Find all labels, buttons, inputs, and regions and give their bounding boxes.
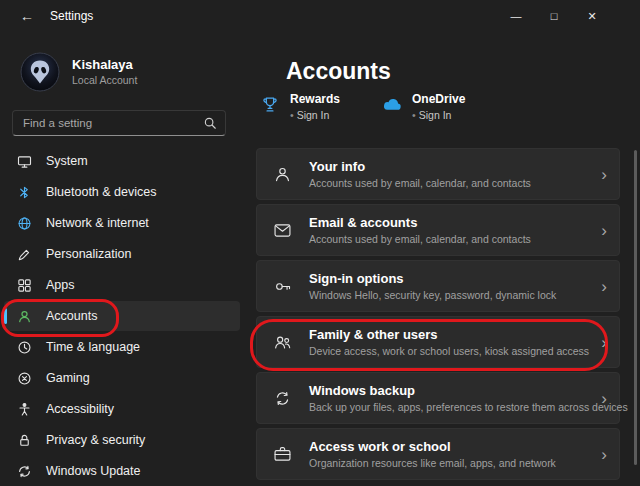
search-box[interactable] bbox=[12, 110, 226, 136]
onedrive-icon bbox=[380, 93, 404, 117]
minimize-button[interactable]: — bbox=[502, 2, 530, 30]
sidebar-item-accounts[interactable]: Accounts bbox=[4, 301, 240, 331]
card-subtitle: Windows Hello, security key, password, d… bbox=[309, 289, 556, 302]
search-input[interactable] bbox=[21, 116, 203, 130]
sidebar-item-label: Accounts bbox=[46, 309, 97, 323]
rewards-icon bbox=[258, 93, 282, 117]
personalization-icon bbox=[16, 246, 32, 262]
sidebar-item-label: Accessibility bbox=[46, 402, 114, 416]
onedrive-promo[interactable]: OneDrive •Sign In bbox=[380, 92, 465, 123]
close-button[interactable]: ✕ bbox=[578, 2, 606, 30]
signin-link[interactable]: Sign In bbox=[297, 109, 330, 121]
windows-update-icon bbox=[16, 463, 32, 479]
network-icon bbox=[16, 215, 32, 231]
sidebar-item-label: Personalization bbox=[46, 247, 131, 261]
user-account-type: Local Account bbox=[72, 74, 137, 87]
search-icon bbox=[203, 116, 217, 130]
accessibility-icon bbox=[16, 401, 32, 417]
sidebar-item-label: Privacy & security bbox=[46, 433, 145, 447]
apps-icon bbox=[16, 277, 32, 293]
sidebar-item-label: Bluetooth & devices bbox=[46, 185, 157, 199]
chevron-right-icon: › bbox=[601, 390, 607, 407]
rewards-label: Rewards bbox=[290, 92, 340, 108]
email-accounts-icon bbox=[271, 219, 293, 241]
card-windows-backup[interactable]: Windows backup Back up your files, apps,… bbox=[256, 372, 620, 424]
windows-backup-icon bbox=[271, 387, 293, 409]
sidebar-item-label: Network & internet bbox=[46, 216, 149, 230]
window-title: Settings bbox=[50, 9, 93, 23]
sidebar-item-time-language[interactable]: Time & language bbox=[4, 332, 240, 362]
sidebar-item-label: Windows Update bbox=[46, 464, 141, 478]
your-info-icon bbox=[271, 163, 293, 185]
chevron-right-icon: › bbox=[601, 334, 607, 351]
sidebar-item-bluetooth-devices[interactable]: Bluetooth & devices bbox=[4, 177, 240, 207]
bluetooth-icon bbox=[16, 184, 32, 200]
sidebar: Kishalaya Local Account System bbox=[0, 32, 248, 486]
chevron-right-icon: › bbox=[601, 278, 607, 295]
sidebar-item-label: System bbox=[46, 154, 88, 168]
window-controls: — □ ✕ bbox=[502, 0, 606, 32]
privacy-icon bbox=[16, 432, 32, 448]
card-subtitle: Accounts used by email, calendar, and co… bbox=[309, 233, 531, 246]
sidebar-item-personalization[interactable]: Personalization bbox=[4, 239, 240, 269]
card-title: Your info bbox=[309, 159, 531, 175]
rewards-signin[interactable]: •Sign In bbox=[290, 108, 340, 124]
settings-card-list: Your info Accounts used by email, calend… bbox=[256, 148, 620, 480]
card-title: Sign-in options bbox=[309, 271, 556, 287]
sidebar-item-label: Apps bbox=[46, 278, 75, 292]
sidebar-item-accessibility[interactable]: Accessibility bbox=[4, 394, 240, 424]
onedrive-label: OneDrive bbox=[412, 92, 465, 108]
sidebar-item-system[interactable]: System bbox=[4, 146, 240, 176]
card-subtitle: Organization resources like email, apps,… bbox=[309, 457, 556, 470]
bullet: • bbox=[412, 109, 416, 121]
card-sign-in-options[interactable]: Sign-in options Windows Hello, security … bbox=[256, 260, 620, 312]
card-subtitle: Device access, work or school users, kio… bbox=[309, 345, 589, 358]
promo-row: Rewards •Sign In OneDrive •Sign In bbox=[258, 92, 465, 123]
user-profile[interactable]: Kishalaya Local Account bbox=[20, 52, 137, 92]
chevron-right-icon: › bbox=[601, 166, 607, 183]
system-icon bbox=[16, 153, 32, 169]
sidebar-item-gaming[interactable]: Gaming bbox=[4, 363, 240, 393]
card-access-work-school[interactable]: Access work or school Organization resou… bbox=[256, 428, 620, 480]
card-title: Email & accounts bbox=[309, 215, 531, 231]
rewards-promo[interactable]: Rewards •Sign In bbox=[258, 92, 340, 123]
settings-window: ← Settings — □ ✕ bbox=[0, 0, 640, 486]
card-title: Windows backup bbox=[309, 383, 605, 399]
sidebar-item-label: Time & language bbox=[46, 340, 140, 354]
user-name: Kishalaya bbox=[72, 57, 137, 73]
maximize-button[interactable]: □ bbox=[540, 2, 568, 30]
card-title: Family & other users bbox=[309, 327, 589, 343]
sidebar-nav: System Bluetooth & devices Network & int… bbox=[4, 146, 240, 486]
work-school-icon bbox=[271, 443, 293, 465]
sidebar-item-network-internet[interactable]: Network & internet bbox=[4, 208, 240, 238]
sidebar-item-windows-update[interactable]: Windows Update bbox=[4, 456, 240, 486]
time-language-icon bbox=[16, 339, 32, 355]
scrollbar[interactable] bbox=[634, 150, 637, 465]
signin-link[interactable]: Sign In bbox=[419, 109, 452, 121]
card-subtitle: Accounts used by email, calendar, and co… bbox=[309, 177, 531, 190]
sign-in-options-icon bbox=[271, 275, 293, 297]
sidebar-item-privacy-security[interactable]: Privacy & security bbox=[4, 425, 240, 455]
sidebar-item-label: Gaming bbox=[46, 371, 90, 385]
avatar bbox=[20, 52, 60, 92]
card-family-other-users[interactable]: Family & other users Device access, work… bbox=[256, 316, 620, 368]
titlebar: ← Settings — □ ✕ bbox=[0, 0, 640, 32]
main-content: Accounts Rewards •Sign In bbox=[248, 32, 640, 486]
chevron-right-icon: › bbox=[601, 222, 607, 239]
chevron-right-icon: › bbox=[601, 446, 607, 463]
card-email-accounts[interactable]: Email & accounts Accounts used by email,… bbox=[256, 204, 620, 256]
accounts-icon bbox=[16, 308, 32, 324]
card-title: Access work or school bbox=[309, 439, 556, 455]
back-button[interactable]: ← bbox=[14, 6, 40, 26]
sidebar-item-apps[interactable]: Apps bbox=[4, 270, 240, 300]
bullet: • bbox=[290, 109, 294, 121]
onedrive-signin[interactable]: •Sign In bbox=[412, 108, 465, 124]
card-subtitle: Back up your files, apps, preferences to… bbox=[309, 401, 605, 414]
page-title: Accounts bbox=[286, 58, 391, 85]
gaming-icon bbox=[16, 370, 32, 386]
family-icon bbox=[271, 331, 293, 353]
card-your-info[interactable]: Your info Accounts used by email, calend… bbox=[256, 148, 620, 200]
